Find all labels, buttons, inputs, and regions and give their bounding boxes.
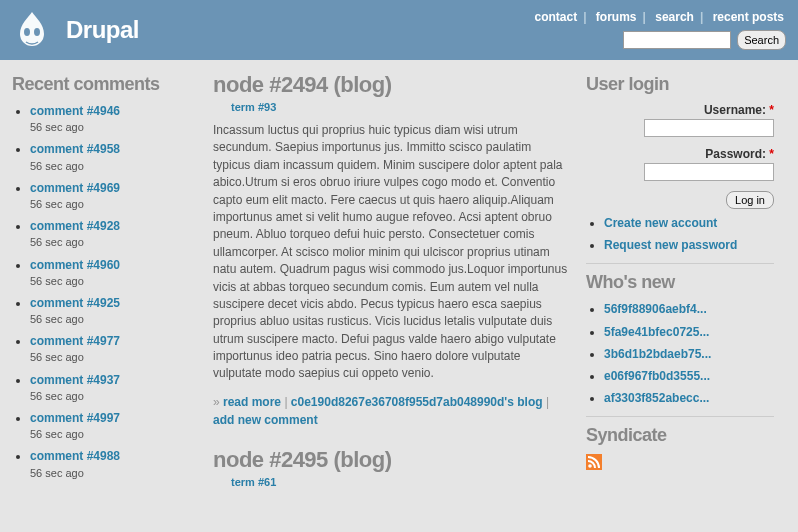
password-input[interactable]	[644, 163, 774, 181]
node-title: node #2494 (blog)	[213, 72, 568, 98]
list-item: comment #492856 sec ago	[30, 218, 195, 250]
read-more-link[interactable]: read more	[223, 395, 281, 409]
nav-recent-posts[interactable]: recent posts	[713, 10, 784, 24]
comment-link[interactable]: comment #4958	[30, 142, 120, 156]
site-name: Drupal	[66, 16, 139, 44]
list-item: comment #495856 sec ago	[30, 141, 195, 173]
comment-time: 56 sec ago	[30, 121, 84, 133]
list-item: 3b6d1b2bdaeb75...	[604, 346, 774, 362]
add-comment-link[interactable]: add new comment	[213, 413, 318, 427]
recent-comments-list: comment #494656 sec ago comment #495856 …	[12, 103, 195, 481]
list-item: 5fa9e41bfec0725...	[604, 324, 774, 340]
comment-link[interactable]: comment #4969	[30, 181, 120, 195]
term-link[interactable]: term #61	[231, 476, 276, 488]
request-password-link[interactable]: Request new password	[604, 238, 737, 252]
search-input[interactable]	[623, 31, 731, 49]
comment-time: 56 sec ago	[30, 390, 84, 402]
comment-time: 56 sec ago	[30, 160, 84, 172]
svg-point-0	[24, 28, 30, 36]
term-link[interactable]: term #93	[231, 101, 276, 113]
comment-link[interactable]: comment #4977	[30, 334, 120, 348]
comment-link[interactable]: comment #4946	[30, 104, 120, 118]
comment-time: 56 sec ago	[30, 351, 84, 363]
user-link[interactable]: af3303f852abecc...	[604, 391, 709, 405]
search-form	[623, 30, 786, 50]
login-button[interactable]	[726, 191, 774, 209]
comment-link[interactable]: comment #4937	[30, 373, 120, 387]
syndicate-title: Syndicate	[586, 425, 774, 446]
comment-link[interactable]: comment #4988	[30, 449, 120, 463]
comment-link[interactable]: comment #4925	[30, 296, 120, 310]
list-item: comment #494656 sec ago	[30, 103, 195, 135]
username-input[interactable]	[644, 119, 774, 137]
comment-time: 56 sec ago	[30, 313, 84, 325]
list-item: comment #493756 sec ago	[30, 372, 195, 404]
comment-time: 56 sec ago	[30, 428, 84, 440]
search-button[interactable]	[737, 30, 786, 50]
user-link[interactable]: 5fa9e41bfec0725...	[604, 325, 709, 339]
list-item: comment #498856 sec ago	[30, 448, 195, 480]
list-item: af3303f852abecc...	[604, 390, 774, 406]
svg-point-3	[588, 465, 592, 469]
create-account-link[interactable]: Create new account	[604, 216, 717, 230]
list-item: comment #497756 sec ago	[30, 333, 195, 365]
comment-time: 56 sec ago	[30, 236, 84, 248]
node-title: node #2495 (blog)	[213, 447, 568, 473]
comment-time: 56 sec ago	[30, 275, 84, 287]
drupal-logo-icon	[10, 8, 54, 52]
svg-point-1	[34, 28, 40, 36]
user-link[interactable]: 56f9f88906aebf4...	[604, 302, 707, 316]
comment-time: 56 sec ago	[30, 198, 84, 210]
list-item: Request new password	[604, 237, 774, 253]
list-item: comment #496056 sec ago	[30, 257, 195, 289]
node-body: Incassum luctus qui proprius huic typicu…	[213, 122, 568, 383]
comment-time: 56 sec ago	[30, 467, 84, 479]
nav-forums[interactable]: forums	[596, 10, 637, 24]
list-item: comment #496956 sec ago	[30, 180, 195, 212]
comment-link[interactable]: comment #4997	[30, 411, 120, 425]
list-item: e06f967fb0d3555...	[604, 368, 774, 384]
list-item: 56f9f88906aebf4...	[604, 301, 774, 317]
password-label: Password: *	[586, 147, 774, 161]
recent-comments-title: Recent comments	[12, 74, 195, 95]
list-item: comment #492556 sec ago	[30, 295, 195, 327]
nav-contact[interactable]: contact	[534, 10, 577, 24]
node-links: » read more | c0e190d8267e36708f955d7ab0…	[213, 393, 568, 429]
site-header: Drupal contact| forums| search| recent p…	[0, 0, 798, 60]
rss-icon	[586, 454, 602, 470]
nav-search[interactable]: search	[655, 10, 694, 24]
user-link[interactable]: 3b6d1b2bdaeb75...	[604, 347, 711, 361]
comment-link[interactable]: comment #4960	[30, 258, 120, 272]
username-label: Username: *	[586, 103, 774, 117]
rss-link[interactable]	[586, 459, 602, 473]
user-login-title: User login	[586, 74, 774, 95]
whos-new-title: Who's new	[586, 272, 774, 293]
list-item: comment #499756 sec ago	[30, 410, 195, 442]
blog-link[interactable]: c0e190d8267e36708f955d7ab048990d's blog	[291, 395, 543, 409]
top-nav: contact| forums| search| recent posts	[532, 10, 786, 24]
user-link[interactable]: e06f967fb0d3555...	[604, 369, 710, 383]
comment-link[interactable]: comment #4928	[30, 219, 120, 233]
list-item: Create new account	[604, 215, 774, 231]
